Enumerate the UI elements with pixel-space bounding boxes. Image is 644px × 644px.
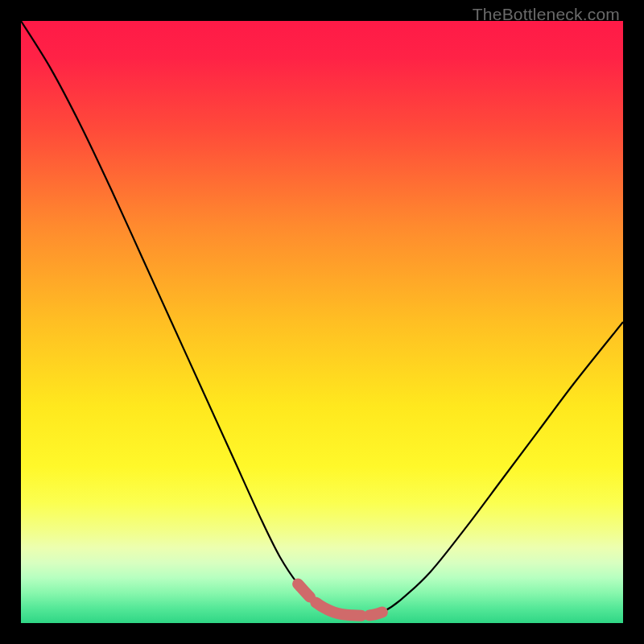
watermark-text: TheBottleneck.com — [473, 5, 620, 24]
plot-area — [21, 21, 623, 623]
bottleneck-curve — [21, 21, 623, 616]
chart-canvas — [21, 21, 623, 623]
chart-frame: TheBottleneck.com — [0, 0, 644, 644]
optimal-region-highlight — [298, 584, 382, 615]
